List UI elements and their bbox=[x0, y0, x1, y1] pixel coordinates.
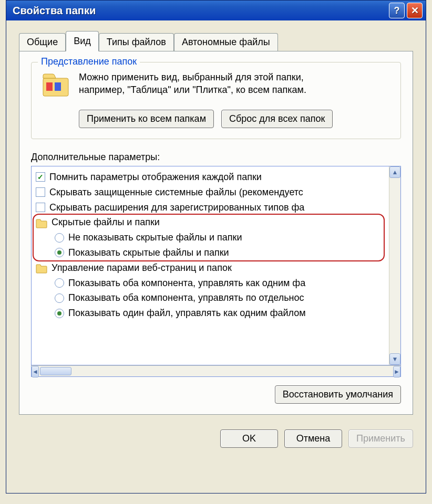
tree-row-label: Скрывать защищенные системные файлы (рек… bbox=[49, 185, 303, 200]
tree-row[interactable]: Помнить параметры отображения каждой пап… bbox=[36, 170, 387, 185]
svg-rect-1 bbox=[46, 82, 53, 91]
tree-row-label: Помнить параметры отображения каждой пап… bbox=[49, 170, 262, 185]
radio-icon[interactable] bbox=[55, 233, 64, 243]
checkbox-icon[interactable] bbox=[36, 187, 45, 197]
tree-row[interactable]: Показывать оба компонента, управлять по … bbox=[36, 290, 387, 306]
tree-row[interactable]: Скрытые файлы и папки bbox=[36, 215, 387, 230]
tree-row[interactable]: Скрывать защищенные системные файлы (рек… bbox=[36, 185, 387, 200]
folder-icon bbox=[36, 218, 47, 227]
checkbox-icon[interactable] bbox=[36, 203, 45, 212]
tree-row[interactable]: Не показывать скрытые файлы и папки bbox=[36, 230, 387, 245]
restore-defaults-button[interactable]: Восстановить умолчания bbox=[275, 385, 401, 404]
groupbox-title: Представление папок bbox=[38, 56, 140, 67]
tree-row[interactable]: Показывать один файл, управлять как одни… bbox=[36, 306, 387, 321]
tab-filetypes[interactable]: Типы файлов bbox=[99, 33, 174, 51]
radio-icon[interactable] bbox=[55, 309, 64, 318]
tab-panel-view: Представление папок Можно применить вид,… bbox=[19, 51, 413, 415]
group-text: Можно применить вид, выбранный для этой … bbox=[79, 71, 306, 97]
radio-icon[interactable] bbox=[55, 278, 64, 288]
folder-views-group: Представление папок Можно применить вид,… bbox=[31, 62, 401, 139]
horizontal-scrollbar[interactable]: ◄ ► bbox=[31, 365, 401, 377]
tree-row[interactable]: Показывать скрытые файлы и папки bbox=[36, 245, 387, 260]
vertical-scrollbar[interactable]: ▲ ▼ bbox=[389, 166, 400, 365]
advanced-settings-label: Дополнительные параметры: bbox=[31, 152, 401, 163]
scroll-right-button[interactable]: ► bbox=[393, 366, 400, 377]
tab-general[interactable]: Общие bbox=[19, 33, 66, 51]
folder-icon bbox=[36, 263, 47, 272]
tree-row[interactable]: Показывать оба компонента, управлять как… bbox=[36, 276, 387, 291]
cancel-button[interactable]: Отмена bbox=[284, 429, 342, 448]
checkbox-icon[interactable] bbox=[36, 172, 45, 182]
tree-row-label: Скрывать расширения для зарегистрированн… bbox=[49, 200, 304, 215]
tab-view[interactable]: Вид bbox=[66, 31, 99, 51]
tab-offline[interactable]: Автономные файлы bbox=[174, 33, 278, 51]
apply-button[interactable]: Применить bbox=[348, 429, 413, 448]
tree-row-label: Показывать один файл, управлять как одни… bbox=[68, 306, 306, 321]
tree-row-label: Не показывать скрытые файлы и папки bbox=[68, 230, 242, 245]
svg-rect-2 bbox=[55, 82, 61, 91]
close-button[interactable]: ✕ bbox=[407, 3, 423, 18]
folder-views-icon bbox=[41, 71, 70, 100]
scroll-left-button[interactable]: ◄ bbox=[32, 366, 39, 377]
tabstrip: Общие Вид Типы файлов Автономные файлы bbox=[19, 31, 413, 51]
tree-row-label: Показывать скрытые файлы и папки bbox=[68, 245, 229, 260]
tree-content[interactable]: Помнить параметры отображения каждой пап… bbox=[32, 166, 389, 365]
dialog-body: Общие Вид Типы файлов Автономные файлы П… bbox=[6, 20, 426, 422]
radio-icon[interactable] bbox=[55, 293, 64, 303]
hscroll-thumb[interactable] bbox=[40, 367, 71, 375]
dialog-buttons: OK Отмена Применить bbox=[6, 422, 426, 456]
dialog-window: Свойства папки ? ✕ Общие Вид Типы файлов… bbox=[6, 0, 426, 494]
tree-row-label: Показывать оба компонента, управлять как… bbox=[68, 276, 305, 291]
radio-icon[interactable] bbox=[55, 248, 64, 257]
advanced-settings-tree: Помнить параметры отображения каждой пап… bbox=[31, 166, 401, 365]
reset-all-folders-button[interactable]: Сброс для всех папок bbox=[221, 110, 333, 128]
tree-row-label: Скрытые файлы и папки bbox=[52, 215, 160, 230]
tree-row[interactable]: Управление парами веб-страниц и папок bbox=[36, 260, 387, 276]
tree-row-label: Показывать оба компонента, управлять по … bbox=[68, 290, 304, 306]
scroll-down-button[interactable]: ▼ bbox=[389, 353, 400, 365]
tree-row[interactable]: Скрывать расширения для зарегистрированн… bbox=[36, 200, 387, 215]
tree-row-label: Управление парами веб-страниц и папок bbox=[52, 260, 232, 276]
apply-all-folders-button[interactable]: Применить ко всем папкам bbox=[79, 110, 214, 128]
close-icon: ✕ bbox=[411, 5, 419, 16]
ok-button[interactable]: OK bbox=[220, 429, 278, 448]
help-button[interactable]: ? bbox=[389, 3, 405, 18]
window-title: Свойства папки bbox=[13, 5, 387, 17]
titlebar: Свойства папки ? ✕ bbox=[6, 1, 426, 20]
scroll-up-button[interactable]: ▲ bbox=[389, 166, 400, 178]
